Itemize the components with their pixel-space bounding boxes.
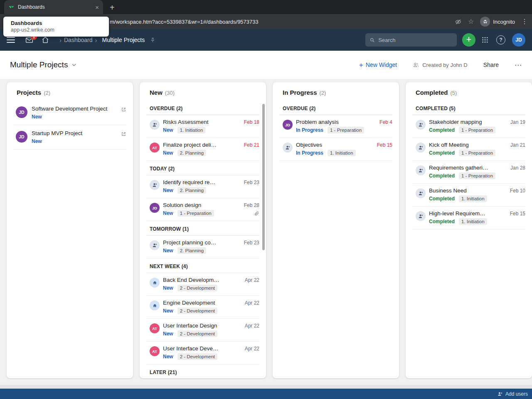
task-stage-chip: 2. Planning <box>177 187 207 194</box>
column-header: New(30) <box>140 82 266 101</box>
help-icon[interactable]: ? <box>496 35 505 44</box>
task-row[interactable]: Back End Developm…Apr 22New2 - Developme… <box>146 273 259 296</box>
column-title: Projects <box>17 89 41 96</box>
user-avatar[interactable]: JD <box>512 33 525 47</box>
breadcrumb-dashboard[interactable]: Dashboard <box>64 37 93 43</box>
column-body: OVERDUE (2)Risks AssessmentFeb 18New1. I… <box>140 101 266 378</box>
hamburger-menu-icon[interactable] <box>7 37 15 43</box>
project-row[interactable]: JDSoftware Development ProjectNew <box>13 101 126 125</box>
task-row[interactable]: Stakeholder mappingJan 19Completed1 - Pr… <box>412 115 525 138</box>
task-status: New <box>163 331 173 337</box>
apps-grid-icon[interactable] <box>481 36 489 44</box>
project-status: New <box>32 114 118 120</box>
new-tab-button[interactable]: + <box>110 3 115 12</box>
task-status: Completed <box>429 219 455 224</box>
task-status: New <box>163 308 173 314</box>
task-stage-chip: 1. Initiation <box>459 195 487 202</box>
more-options-icon[interactable]: ⋯ <box>515 62 522 69</box>
breadcrumb-chevron-icon: › <box>95 37 97 44</box>
task-title: Business Need <box>429 187 507 194</box>
task-stage-chip: 2 - Development <box>177 308 217 314</box>
avatar-person <box>416 211 426 221</box>
column-title: Completed <box>416 89 448 96</box>
task-title: Back End Developm… <box>163 277 241 283</box>
inbox-icon[interactable]: 1 <box>25 36 34 44</box>
task-row[interactable]: Kick off MeetingJan 21Completed1 - Prepa… <box>412 138 525 161</box>
home-icon[interactable] <box>41 36 49 44</box>
bottom-bar: Add users <box>0 389 532 399</box>
task-due-date: Feb 4 <box>379 119 392 125</box>
avatar-person <box>283 143 293 153</box>
task-row[interactable]: High-level Requirem…Feb 15Completed1. In… <box>412 207 525 229</box>
task-title: Engine Development <box>163 300 241 306</box>
breadcrumb-current[interactable]: Multiple Projects <box>102 37 145 43</box>
avatar-person <box>150 240 160 250</box>
avatar-person <box>150 120 160 130</box>
project-status: New <box>32 138 118 144</box>
bookmark-star-icon[interactable]: ☆ <box>468 18 474 25</box>
project-title: Startup MVP Project <box>32 130 118 136</box>
task-row[interactable]: Requirements gatheri…Jan 28Completed1 - … <box>412 161 525 184</box>
browser-tab[interactable]: Dashboards × <box>4 0 103 14</box>
eye-off-icon[interactable] <box>455 18 462 25</box>
avatar-person <box>416 188 426 198</box>
task-row[interactable]: ATFinalize project deli…Feb 21New2. Plan… <box>146 138 259 161</box>
column-title: In Progress <box>283 89 317 96</box>
open-project-icon[interactable] <box>121 131 126 144</box>
task-row[interactable]: Project planning co…Feb 23New2. Planning <box>146 236 259 259</box>
address-bar[interactable]: m/workspace.htm?acc=5339837&wr=1#/dashbo… <box>110 19 455 25</box>
task-row[interactable]: JDSolution designFeb 28New1 - Preparatio… <box>146 198 259 221</box>
dashboard-title-menu[interactable]: Multiple Projects <box>10 60 77 69</box>
add-users-button[interactable]: Add users <box>497 391 528 397</box>
pin-icon[interactable] <box>150 37 156 43</box>
incognito-badge: Incognito <box>480 17 515 27</box>
section-header: TODAY (2) <box>146 161 259 175</box>
wrike-favicon-icon <box>8 4 15 10</box>
horizontal-scrollbar[interactable] <box>0 385 532 388</box>
task-due-date: Feb 23 <box>244 180 259 185</box>
avatar-person <box>416 165 426 175</box>
task-row[interactable]: Business NeedFeb 10Completed1. Initiatio… <box>412 184 525 207</box>
task-due-date: Apr 22 <box>245 323 259 329</box>
task-stage-chip: 1 - Preparation <box>459 150 495 156</box>
incognito-label: Incognito <box>493 19 515 25</box>
omnibox-actions: ☆ Incognito ⋮ <box>455 17 528 27</box>
column-body: JDSoftware Development ProjectNewJDStart… <box>7 101 133 150</box>
browser-tab-strip: Dashboards × + <box>0 0 532 14</box>
create-new-button[interactable]: + <box>462 33 475 47</box>
plus-icon: + <box>359 62 363 69</box>
column-count: (5) <box>451 90 457 96</box>
task-due-date: Apr 22 <box>245 277 259 283</box>
tab-close-icon[interactable]: × <box>95 4 99 11</box>
avatar-jd: JD <box>16 131 27 143</box>
column-header: Projects(2) <box>7 82 133 101</box>
task-stage-chip: 2. Planning <box>177 150 207 156</box>
task-status: New <box>163 127 173 133</box>
task-row[interactable]: ObjectivesFeb 15In Progress1. Initiation <box>279 138 392 161</box>
project-row[interactable]: JDStartup MVP ProjectNew <box>13 125 126 150</box>
search-box[interactable] <box>365 33 457 47</box>
task-row[interactable]: ATUser Interface Deve…Apr 22New2 - Devel… <box>146 342 259 365</box>
share-button[interactable]: Share <box>483 62 499 68</box>
task-due-date: Apr 22 <box>245 300 259 306</box>
breadcrumb-chevron-icon: › <box>59 37 62 44</box>
task-due-date: Feb 21 <box>244 142 259 148</box>
new-widget-button[interactable]: + New Widget <box>359 62 397 69</box>
open-project-icon[interactable] <box>121 106 126 120</box>
task-status: New <box>163 210 173 216</box>
task-row[interactable]: Risks AssessmentFeb 18New1. Initiation <box>146 115 259 138</box>
task-stage-chip: 1 - Preparation <box>459 172 495 179</box>
task-status: New <box>163 354 173 360</box>
task-due-date: Jan 21 <box>510 142 525 148</box>
scrollbar-thumb[interactable] <box>262 104 265 250</box>
task-row[interactable]: ATUser Interface DesignApr 22New2 - Deve… <box>146 319 259 342</box>
browser-menu-icon[interactable]: ⋮ <box>521 18 528 25</box>
task-title: Requirements gatheri… <box>429 165 507 171</box>
search-input[interactable] <box>378 37 453 43</box>
board-columns: Projects(2)JDSoftware Development Projec… <box>0 79 532 378</box>
task-row[interactable]: JDProblem analysisFeb 4In Progress1 - Pr… <box>279 115 392 138</box>
section-header: OVERDUE (2) <box>279 101 392 115</box>
task-stage-chip: 2 - Development <box>177 330 217 337</box>
task-row[interactable]: Engine DevelopmentApr 22New2 - Developme… <box>146 296 259 319</box>
task-row[interactable]: Identify required re…Feb 23New2. Plannin… <box>146 175 259 198</box>
